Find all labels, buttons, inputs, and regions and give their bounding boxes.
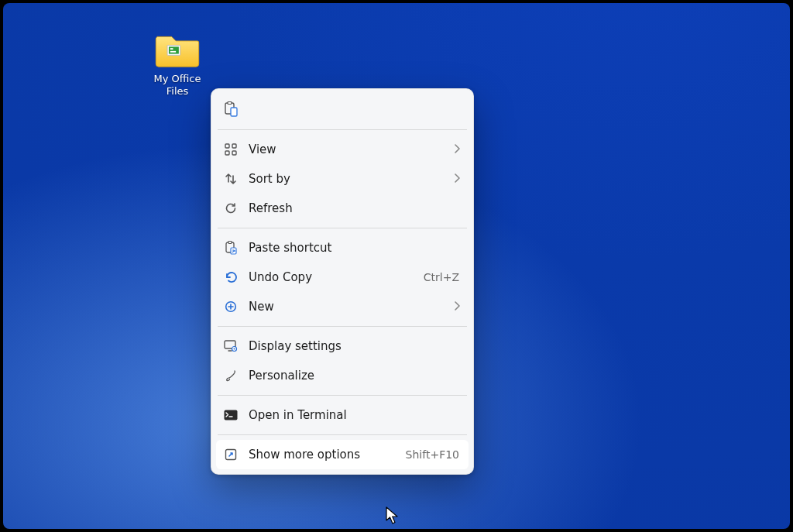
refresh-icon xyxy=(222,202,239,215)
menu-item-sort-by[interactable]: Sort by xyxy=(216,164,469,194)
terminal-icon xyxy=(222,410,239,420)
menu-item-refresh[interactable]: Refresh xyxy=(216,194,469,223)
menu-item-shortcut: Ctrl+Z xyxy=(424,271,462,283)
svg-rect-5 xyxy=(228,102,232,105)
svg-rect-8 xyxy=(232,144,236,148)
chevron-right-icon xyxy=(453,172,462,186)
menu-item-label: Paste shortcut xyxy=(239,241,462,255)
menu-separator xyxy=(218,395,467,396)
menu-separator xyxy=(218,228,467,228)
menu-separator xyxy=(218,434,467,435)
menu-separator xyxy=(218,129,467,130)
svg-rect-10 xyxy=(232,151,236,155)
menu-item-label: Refresh xyxy=(239,201,462,215)
desktop-wallpaper[interactable]: My Office Files View Sort by xyxy=(3,3,790,529)
menu-item-label: Undo Copy xyxy=(239,270,424,284)
plus-circle-icon xyxy=(222,300,239,313)
menu-item-label: Show more options xyxy=(239,448,406,462)
chevron-right-icon xyxy=(453,142,462,156)
menu-item-label: Sort by xyxy=(239,172,453,186)
menu-item-paste-shortcut[interactable]: Paste shortcut xyxy=(216,233,469,263)
menu-item-view[interactable]: View xyxy=(216,135,469,164)
grid-icon xyxy=(222,143,239,156)
menu-item-undo-copy[interactable]: Undo Copy Ctrl+Z xyxy=(216,263,469,292)
display-settings-icon xyxy=(222,340,239,352)
menu-item-label: Open in Terminal xyxy=(239,408,462,422)
desktop-folder-label: My Office Files xyxy=(142,73,212,98)
svg-rect-2 xyxy=(170,48,173,50)
paste-shortcut-icon xyxy=(222,241,239,255)
menu-item-show-more-options[interactable]: Show more options Shift+F10 xyxy=(216,440,469,469)
undo-icon xyxy=(222,271,239,283)
menu-separator xyxy=(218,326,467,327)
svg-rect-6 xyxy=(231,108,237,116)
svg-point-17 xyxy=(234,348,235,350)
menu-item-shortcut: Shift+F10 xyxy=(406,448,462,461)
paste-icon[interactable] xyxy=(222,101,239,117)
svg-rect-18 xyxy=(225,410,238,420)
menu-item-label: Display settings xyxy=(239,339,462,353)
svg-rect-1 xyxy=(169,46,179,53)
expand-icon xyxy=(222,448,239,461)
svg-rect-7 xyxy=(225,144,229,148)
menu-item-open-terminal[interactable]: Open in Terminal xyxy=(216,400,469,430)
svg-rect-3 xyxy=(170,51,176,53)
desktop-folder-my-office-files[interactable]: My Office Files xyxy=(142,31,212,98)
menu-item-new[interactable]: New xyxy=(216,292,469,321)
svg-rect-12 xyxy=(228,242,232,244)
desktop-context-menu: View Sort by Refresh Paste s xyxy=(211,88,474,475)
mouse-cursor-icon xyxy=(386,506,400,525)
menu-item-label: New xyxy=(239,300,453,314)
menu-item-label: Personalize xyxy=(239,369,462,383)
menu-item-label: View xyxy=(239,142,453,156)
menu-item-personalize[interactable]: Personalize xyxy=(216,361,469,390)
sort-icon xyxy=(222,173,239,185)
menu-item-display-settings[interactable]: Display settings xyxy=(216,331,469,361)
chevron-right-icon xyxy=(453,300,462,314)
menu-toolbar xyxy=(216,94,469,125)
paintbrush-icon xyxy=(222,369,239,382)
svg-rect-9 xyxy=(225,151,229,155)
folder-icon xyxy=(154,31,201,68)
